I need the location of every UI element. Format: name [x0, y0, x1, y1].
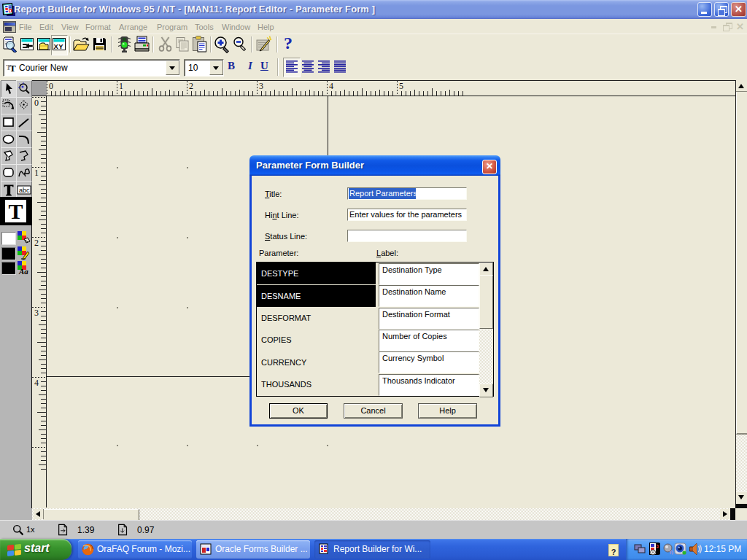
svg-text:abc: abc [19, 187, 30, 194]
svg-text:Aa: Aa [18, 267, 28, 276]
svg-text:XY: XY [54, 42, 64, 50]
svg-text:T: T [9, 63, 16, 72]
